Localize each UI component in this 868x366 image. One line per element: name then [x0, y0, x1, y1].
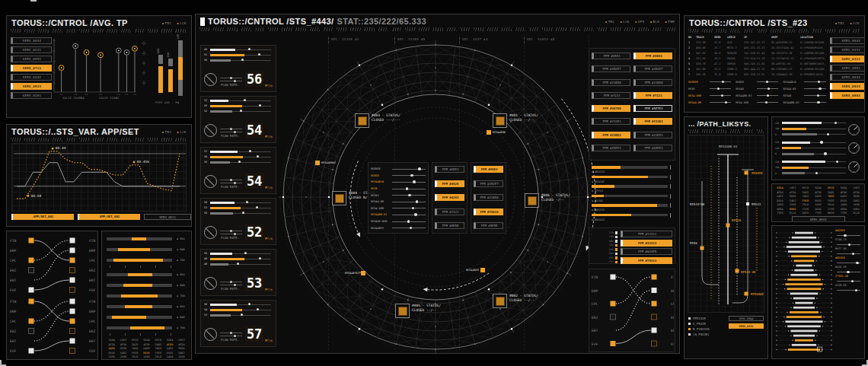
- slider-handle[interactable]: [852, 253, 855, 256]
- ffm-button[interactable]: FFM #23858: [592, 79, 630, 86]
- ffm-button[interactable]: FFM #5E7ED: [592, 105, 630, 112]
- slider-handle[interactable]: [230, 281, 232, 283]
- server-button[interactable]: SERV_0331: [830, 46, 865, 53]
- path-node[interactable]: [745, 292, 748, 296]
- server-button[interactable]: SERV_0044: [830, 37, 865, 44]
- node-square[interactable]: [611, 301, 616, 307]
- path-node[interactable]: [736, 269, 739, 273]
- node-square[interactable]: [70, 348, 75, 354]
- path-node[interactable]: [745, 171, 748, 175]
- node-square[interactable]: [70, 268, 75, 273]
- ffm-button[interactable]: FFM #Y123: [592, 92, 630, 99]
- slider-handle[interactable]: [766, 81, 769, 84]
- server-button[interactable]: SERV_0951: [11, 56, 52, 62]
- server-button[interactable]: SERV_0442: [11, 74, 52, 81]
- slider-handle[interactable]: [248, 303, 251, 305]
- slider-handle[interactable]: [416, 200, 419, 203]
- slider-handle[interactable]: [240, 110, 242, 112]
- slider-handle[interactable]: [259, 104, 261, 107]
- node-square[interactable]: [70, 329, 75, 334]
- slider-handle[interactable]: [717, 88, 720, 91]
- node-square[interactable]: [70, 248, 75, 253]
- dial-knob[interactable]: [847, 123, 860, 136]
- ffm-button[interactable]: FFM #4203: [435, 194, 464, 201]
- ffm-button[interactable]: FFM #23858: [474, 194, 503, 201]
- ffm-button[interactable]: FFM #S5EE3: [592, 145, 630, 151]
- ffm-button[interactable]: FFM #23EE2: [592, 132, 630, 138]
- slider-handle[interactable]: [234, 233, 236, 235]
- status-callout[interactable]: #005 - STATUS/CLOSED --/--: [395, 304, 441, 318]
- server-button[interactable]: SERV_0044: [830, 74, 865, 81]
- ffm-button[interactable]: FFM #5E5D: [474, 222, 503, 229]
- slider-handle[interactable]: [410, 227, 413, 230]
- server-button[interactable]: SERV_0933: [11, 83, 52, 90]
- appset-button[interactable]: APP/SET_001: [11, 214, 74, 220]
- ffm-button[interactable]: FFM #Y23E1: [592, 118, 630, 125]
- slider-handle[interactable]: [407, 220, 410, 223]
- slider-handle[interactable]: [834, 122, 838, 125]
- serv-button[interactable]: SERV_0044: [792, 216, 845, 222]
- slider-handle[interactable]: [412, 207, 415, 210]
- slider-handle[interactable]: [246, 201, 248, 203]
- ffm-button[interactable]: FFM #Y23E1: [633, 118, 672, 125]
- slider-handle[interactable]: [848, 243, 851, 247]
- path-node[interactable]: [726, 224, 730, 228]
- server-button[interactable]: SERV_0551: [830, 65, 865, 72]
- slider-handle[interactable]: [241, 59, 244, 61]
- slider-handle[interactable]: [827, 133, 830, 136]
- ffm-button[interactable]: FFM #S5EE3: [633, 145, 672, 151]
- node-square[interactable]: [652, 341, 657, 346]
- node-square[interactable]: [70, 258, 75, 263]
- serv-button[interactable]: SERV_0011: [144, 214, 191, 220]
- slider-handle[interactable]: [817, 94, 820, 97]
- node-square[interactable]: [29, 329, 34, 334]
- slider-handle[interactable]: [413, 180, 416, 183]
- server-button[interactable]: SERV_0311: [830, 56, 865, 62]
- slider-handle[interactable]: [230, 332, 232, 334]
- ffm-button[interactable]: FFM #5E7E2: [633, 105, 672, 112]
- slider-handle[interactable]: [847, 271, 850, 274]
- slider-handle[interactable]: [238, 161, 241, 163]
- slider-handle[interactable]: [414, 213, 417, 216]
- slider-handle[interactable]: [819, 88, 822, 91]
- node-square[interactable]: [29, 238, 34, 243]
- ffm-button[interactable]: FFM #452E7: [474, 180, 503, 187]
- ffm-button[interactable]: FFM #5E5D: [435, 222, 464, 229]
- server-button[interactable]: SERV_0044: [11, 37, 52, 44]
- ffm-button[interactable]: FFM #S5E3: [435, 166, 464, 173]
- ffm-button[interactable]: FFM #Y123: [435, 208, 464, 215]
- ffm-button[interactable]: FFM #Y123: [633, 92, 672, 99]
- ffm-button[interactable]: FFM #23858: [633, 79, 672, 86]
- node-square[interactable]: [29, 319, 34, 324]
- slider-handle[interactable]: [234, 131, 236, 133]
- serv-button[interactable]: SERV_0031: [729, 323, 764, 329]
- slider-handle[interactable]: [234, 335, 236, 337]
- dial-knob[interactable]: [847, 161, 860, 173]
- slider-handle[interactable]: [765, 101, 768, 104]
- ffm-button[interactable]: FFM #S5E3: [592, 53, 630, 59]
- slider-handle[interactable]: [856, 262, 859, 265]
- server-button[interactable]: SERV_0903: [830, 92, 865, 99]
- ffm-button[interactable]: FFM #452E: [435, 180, 464, 187]
- ffm-button[interactable]: FFM #S5E3: [474, 166, 503, 173]
- node-square[interactable]: [70, 299, 75, 304]
- slider-handle[interactable]: [721, 94, 724, 97]
- slider-handle[interactable]: [410, 174, 413, 177]
- node-square[interactable]: [70, 238, 75, 243]
- slider-handle[interactable]: [230, 77, 232, 79]
- ffm-button[interactable]: FFM #W33E5: [621, 248, 672, 255]
- slider-handle[interactable]: [851, 280, 854, 283]
- slider-handle[interactable]: [408, 194, 411, 197]
- node-square[interactable]: [611, 275, 616, 280]
- node-square[interactable]: [29, 268, 34, 273]
- node-square[interactable]: [652, 301, 657, 307]
- slider-handle[interactable]: [406, 187, 409, 190]
- status-callout[interactable]: #001 - STATUS/CLOSED --/--: [493, 113, 538, 128]
- slider-handle[interactable]: [230, 128, 232, 130]
- slider-handle[interactable]: [722, 81, 725, 84]
- slider-handle[interactable]: [234, 284, 236, 286]
- ffm-button[interactable]: FFM #Y5E33: [474, 208, 503, 215]
- node-square[interactable]: [652, 328, 657, 333]
- slider-handle[interactable]: [234, 80, 236, 82]
- node-square[interactable]: [29, 299, 34, 304]
